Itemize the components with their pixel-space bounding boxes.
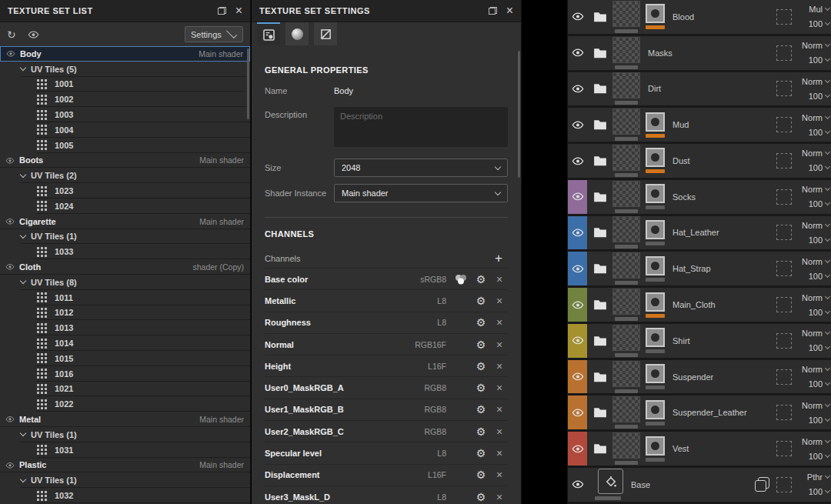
color-circles-icon[interactable] [451,274,471,285]
layer-name[interactable]: Main_Cloth [672,300,716,309]
texture-set-row-boots[interactable]: BootsMain shader [0,153,250,169]
gear-icon[interactable]: ⚙ [471,317,491,328]
layer-thumbnail[interactable] [612,432,640,459]
uv-tile-row[interactable]: 1016 [0,366,250,382]
blend-mode-dropdown[interactable]: Norm [802,77,829,86]
blend-mode-dropdown[interactable]: Mul [809,5,829,14]
layer-thumbnail[interactable] [612,289,640,315]
blend-mode-dropdown[interactable]: Pthr [807,472,829,482]
layer-name[interactable]: Hat_Strap [672,264,711,273]
layer-row-hat_leather[interactable]: Hat_LeatherNorm100 [568,216,831,252]
channel-format[interactable]: L16F [402,362,446,371]
uv-tile-row[interactable]: 1001 [0,77,250,92]
remove-channel-icon[interactable]: × [491,448,508,459]
channel-format[interactable]: L8 [402,318,446,327]
opacity-dropdown[interactable]: 100 [809,19,829,28]
opacity-dropdown[interactable]: 100 [809,199,829,209]
layer-name[interactable]: Vest [672,444,689,453]
opacity-dropdown[interactable]: 100 [809,416,829,425]
remove-channel-icon[interactable]: × [491,274,508,285]
uv-tiles-group[interactable]: UV Tiles (2) [0,168,250,183]
empty-mask-slot[interactable] [776,297,792,312]
layer-color-tag[interactable] [568,0,587,34]
uv-tile-row[interactable]: 1002 [0,92,250,107]
layer-thumbnail[interactable] [612,37,640,63]
tab-texture-set-settings[interactable] [257,22,280,45]
uv-tile-row[interactable]: 1024 [0,199,250,214]
layer-row-main_cloth[interactable]: Main_ClothNorm100 [568,288,831,324]
layer-name[interactable]: Dirt [648,84,661,93]
opacity-dropdown[interactable]: 100 [809,92,829,101]
texture-set-row-cloth[interactable]: Clothshader (Copy) [0,259,250,275]
empty-mask-slot[interactable] [776,477,792,492]
texture-set-row-cigarette[interactable]: CigaretteMain shader [0,214,250,229]
channel-format[interactable]: RGB16F [402,340,446,349]
folder-icon[interactable] [593,299,607,310]
blend-mode-dropdown[interactable]: Norm [802,365,829,374]
eye-icon[interactable] [572,120,584,130]
gear-icon[interactable]: ⚙ [471,361,491,372]
opacity-dropdown[interactable]: 100 [809,487,829,496]
folder-icon[interactable] [593,12,607,22]
layer-name[interactable]: Socks [672,192,696,202]
layer-name[interactable]: Blood [672,12,694,22]
mask-thumbnail[interactable] [646,292,665,312]
uv-tiles-group[interactable]: UV Tiles (1) [0,229,250,245]
opacity-dropdown[interactable]: 100 [809,343,829,352]
blend-mode-dropdown[interactable]: Norm [802,293,829,302]
empty-mask-slot[interactable] [776,189,792,205]
layer-name[interactable]: Suspender_Leather [672,408,747,417]
layer-thumbnail[interactable] [612,108,640,135]
mask-thumbnail[interactable] [646,220,665,239]
layer-thumbnail[interactable] [612,325,640,351]
undock-icon[interactable] [489,7,497,15]
name-value[interactable]: Body [334,86,353,95]
eye-icon[interactable] [572,479,584,489]
remove-channel-icon[interactable]: × [491,317,508,328]
folder-icon[interactable] [593,263,607,274]
blend-mode-dropdown[interactable]: Norm [802,185,829,194]
layer-name[interactable]: Dust [672,156,690,165]
layer-color-tag[interactable] [568,468,587,502]
channel-format[interactable]: L8 [402,492,446,502]
mask-thumbnail[interactable] [646,184,665,203]
gear-icon[interactable]: ⚙ [471,469,491,480]
folder-icon[interactable] [593,192,607,202]
layer-thumbnail[interactable] [612,1,640,27]
gear-icon[interactable]: ⚙ [471,295,491,306]
undock-icon[interactable] [218,7,226,15]
layer-row-hat_strap[interactable]: Hat_StrapNorm100 [568,252,831,288]
remove-channel-icon[interactable]: × [491,426,508,437]
eye-icon[interactable] [572,12,584,22]
channel-format[interactable]: L8 [402,449,446,458]
uv-tile-row[interactable]: 1004 [0,122,250,138]
texture-set-row-body[interactable]: BodyMain shader [0,46,250,62]
layer-name[interactable]: Shirt [672,336,690,345]
eye-icon[interactable] [5,462,15,469]
layer-thumbnail[interactable] [612,216,640,242]
uv-tile-row[interactable]: 1003 [0,107,250,122]
instance-copy-icon[interactable] [755,477,769,492]
mask-thumbnail[interactable] [646,328,665,347]
close-icon[interactable]: × [506,6,513,15]
eye-icon[interactable] [5,218,15,225]
folder-icon[interactable] [593,407,607,418]
gear-icon[interactable]: ⚙ [471,404,491,415]
layer-color-tag[interactable] [568,252,587,285]
eye-icon[interactable] [572,48,584,58]
eye-icon[interactable] [572,228,584,238]
blend-mode-dropdown[interactable]: Norm [802,221,829,230]
layer-row-suspender_leather[interactable]: Suspender_LeatherNorm100 [568,396,831,432]
folder-icon[interactable] [593,335,607,346]
channel-format[interactable]: L8 [402,296,446,305]
layer-name[interactable]: Masks [648,48,672,58]
layer-color-tag[interactable] [568,36,587,70]
layer-thumbnail[interactable] [612,252,640,279]
gear-icon[interactable]: ⚙ [471,492,491,502]
gear-icon[interactable]: ⚙ [471,448,491,459]
mask-thumbnail[interactable] [646,400,665,419]
shader-instance-select[interactable]: Main shader [334,184,508,202]
layer-color-tag[interactable] [568,72,587,106]
layer-name[interactable]: Mud [672,120,689,129]
layer-row-vest[interactable]: VestNorm100 [568,432,831,468]
